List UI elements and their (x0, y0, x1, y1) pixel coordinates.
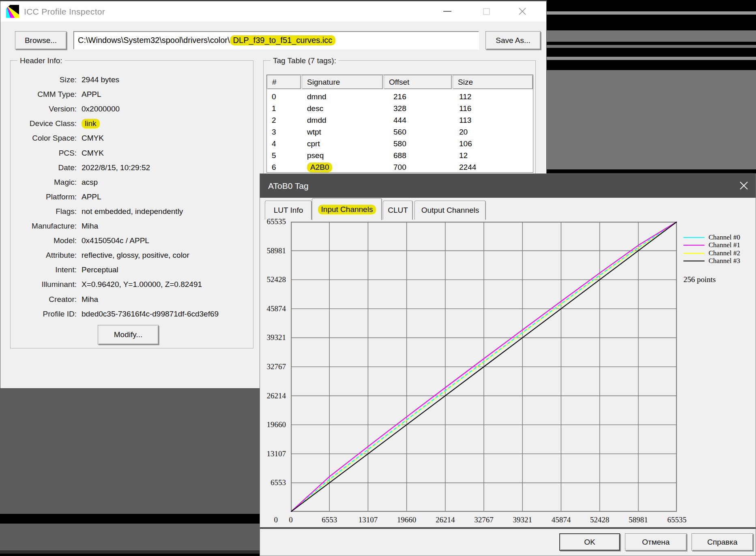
tag-table-column-header[interactable]: Offset (384, 75, 452, 89)
legend-label-3: Channel #3 (709, 257, 740, 265)
field-value: acsp (82, 178, 98, 187)
header-info-row: Device Class:link (10, 116, 253, 131)
table-cell: 106 (459, 138, 472, 150)
desktop-background-right (547, 0, 756, 173)
field-label: Intent: (10, 265, 77, 274)
y-axis-tick-label: 13107 (262, 449, 286, 458)
header-info-row: Illuminant:X=0.96420, Y=1.00000, Z=0.824… (10, 277, 253, 292)
desktop-background-bottom (0, 389, 260, 556)
table-cell: 116 (459, 103, 471, 114)
input-channels-chart: 6553558981524284587439321327672621419660… (260, 174, 756, 533)
table-row[interactable]: 0dmnd216112 (267, 91, 533, 103)
table-cell: 688 (393, 150, 406, 161)
y-axis-tick-label: 52428 (262, 275, 286, 284)
table-cell: 12 (459, 150, 468, 161)
browse-button[interactable]: Browse... (15, 31, 67, 49)
legend-label-0: Channel #0 (709, 233, 740, 242)
field-label: Attribute: (10, 251, 77, 260)
table-cell: 2 (272, 114, 276, 126)
field-value: X=0.96420, Y=1.00000, Z=0.82491 (82, 280, 202, 289)
legend-swatch-1 (683, 245, 704, 246)
x-axis-tick-label: 13107 (350, 515, 386, 524)
table-row[interactable]: 5pseq68812 (267, 150, 533, 161)
field-value-highlighted: link (82, 119, 100, 128)
table-cell: 2244 (459, 161, 476, 173)
tag-table-title: Tag Table (7 tags): (271, 56, 339, 65)
x-axis-tick-label: 6553 (311, 515, 348, 524)
y-axis-tick-label: 19660 (262, 420, 286, 429)
tab-input-channels[interactable]: Input Channels (312, 198, 382, 220)
close-button[interactable] (507, 1, 538, 21)
tag-table: #SignatureOffsetSize0dmnd2161121desc3281… (266, 75, 533, 173)
app-icon (6, 5, 19, 18)
minimize-button[interactable] (432, 1, 463, 21)
y-axis-tick-label: 45874 (262, 304, 286, 313)
ok-button-label: OK (584, 538, 595, 547)
field-value: Miha (82, 295, 98, 304)
header-info-title: Header Info: (17, 56, 65, 65)
table-cell: dmdd (307, 114, 326, 126)
table-row[interactable]: 3wtpt56020 (267, 126, 533, 138)
file-path-prefix: C:\Windows\System32\spool\drivers\color\ (78, 36, 230, 45)
file-path-field[interactable]: C:\Windows\System32\spool\drivers\color\… (73, 31, 479, 49)
table-row[interactable]: 2dmdd444113 (267, 114, 533, 126)
cancel-button[interactable]: Отмена (625, 533, 687, 551)
file-path-filename-highlight: DLP_f39_to_f51_curves.icc (230, 35, 336, 45)
table-cell: 112 (459, 91, 471, 103)
table-cell: wtpt (307, 126, 321, 138)
help-button-label: Справка (707, 538, 738, 547)
table-cell: 328 (393, 103, 406, 114)
ok-button[interactable]: OK (559, 533, 620, 551)
field-label: CMM Type: (10, 90, 77, 99)
main-titlebar: ICC Profile Inspector (0, 0, 546, 21)
tab-label: Input Channels (318, 205, 376, 214)
legend-label-2: Channel #2 (709, 249, 740, 257)
table-cell: 4 (272, 138, 276, 150)
field-value: reflective, glossy, positive, color (82, 251, 189, 260)
header-info-row: Platform:APPL (10, 190, 253, 204)
field-label: Profile ID: (10, 310, 77, 319)
tag-table-column-header[interactable]: Size (453, 75, 533, 89)
table-cell: 6 (272, 161, 276, 173)
legend-swatch-3 (683, 261, 704, 261)
field-value: Perceptual (82, 265, 118, 274)
table-cell-highlighted: A2B0 (307, 161, 332, 173)
header-info-row: Profile ID:bded0c35-73616f4c-d99871df-6c… (10, 307, 253, 321)
minimize-icon (443, 11, 451, 12)
save-as-button-label: Save As... (496, 36, 530, 45)
field-label: Creator: (10, 295, 77, 304)
y-axis-tick-label: 26214 (262, 391, 286, 400)
header-info-row: Manufacture:Miha (10, 219, 253, 233)
x-axis-tick-label: 0 (273, 515, 309, 524)
table-cell: 5 (272, 150, 276, 161)
points-count-note: 256 points (683, 275, 716, 284)
field-label: Date: (10, 163, 77, 172)
help-button[interactable]: Справка (692, 533, 753, 551)
window-title: ICC Profile Inspector (24, 7, 105, 17)
field-value: APPL (82, 192, 101, 201)
table-cell: 580 (393, 138, 406, 150)
tag-table-column-header[interactable]: Signature (302, 75, 383, 89)
tag-table-column-header[interactable]: # (267, 75, 301, 89)
header-info-row: Creator:Miha (10, 292, 253, 307)
maximize-button[interactable] (471, 1, 502, 21)
modify-button[interactable]: Modify... (98, 325, 159, 344)
table-cell: 1 (272, 103, 276, 114)
table-row[interactable]: 4cprt580106 (267, 138, 533, 150)
table-cell: cprt (307, 138, 320, 150)
field-value: not embedded, independently (82, 207, 183, 216)
header-info-row: Intent:Perceptual (10, 263, 253, 277)
close-icon (518, 7, 526, 15)
table-cell: dmnd (307, 91, 326, 103)
save-as-button[interactable]: Save As... (485, 31, 541, 49)
header-info-row: Date:2022/8/15, 10:29:52 (10, 160, 253, 175)
header-info-row: Color Space:CMYK (10, 131, 253, 145)
x-axis-tick-label: 32767 (466, 515, 502, 524)
header-info-row: PCS:CMYK (10, 146, 253, 160)
y-axis-tick-label: 58981 (262, 246, 286, 255)
table-row[interactable]: 6A2B07002244 (267, 161, 533, 173)
table-cell: 700 (393, 161, 406, 173)
table-row[interactable]: 1desc328116 (267, 103, 533, 114)
table-cell: 3 (272, 126, 276, 138)
header-info-row: Magic:acsp (10, 175, 253, 190)
